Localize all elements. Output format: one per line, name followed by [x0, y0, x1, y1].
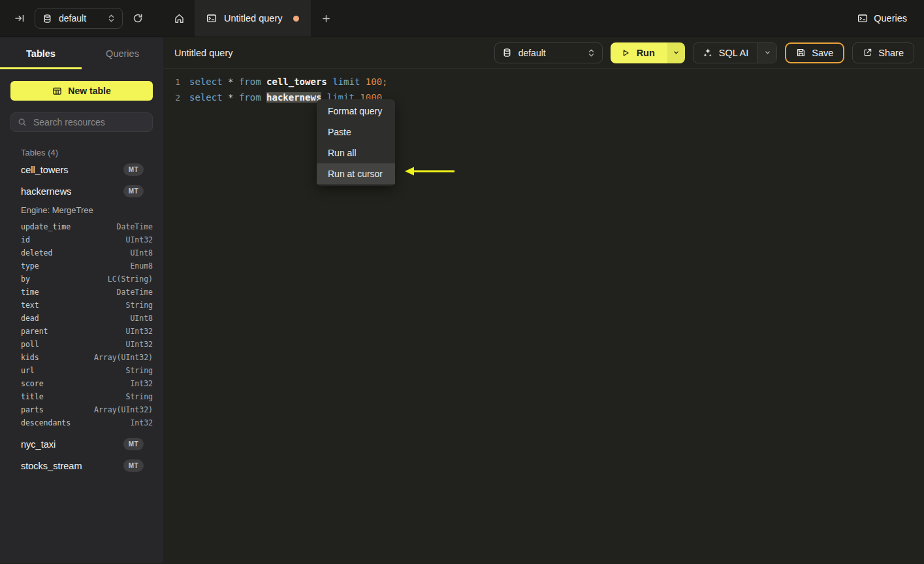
run-button-label: Run: [637, 48, 655, 58]
column-row: descendantsInt32: [10, 416, 153, 429]
save-icon: [796, 48, 806, 58]
tab-untitled-query[interactable]: Untitled query: [195, 0, 311, 37]
table-row[interactable]: hackernewsMT: [10, 180, 153, 202]
home-button[interactable]: [163, 0, 195, 37]
collapse-sidebar-icon: [14, 13, 25, 24]
column-name: id: [21, 235, 30, 244]
column-type: DateTime: [117, 222, 153, 231]
chevron-updown-icon: [108, 14, 115, 23]
code-token: select: [189, 92, 223, 103]
column-row: timeDateTime: [10, 286, 153, 299]
sql-editor[interactable]: 1select * from cell_towers limit 100;2se…: [163, 69, 924, 563]
column-list: update_timeDateTimeidUInt32deletedUInt8t…: [10, 220, 153, 429]
run-options-dropdown[interactable]: [667, 42, 685, 63]
engine-badge: MT: [123, 459, 144, 472]
column-name: title: [21, 392, 44, 401]
queries-button-label: Queries: [874, 13, 907, 24]
column-row: textString: [10, 299, 153, 312]
column-row: typeEnum8: [10, 259, 153, 273]
column-row: partsArray(UInt32): [10, 403, 153, 416]
table-list: cell_towersMThackernewsMTEngine: MergeTr…: [10, 159, 153, 476]
new-tab-button[interactable]: [311, 0, 341, 37]
column-name: deleted: [21, 248, 52, 257]
column-type: Array(UInt32): [94, 405, 153, 414]
column-name: update_time: [21, 222, 71, 231]
query-title: Untitled query: [174, 48, 232, 58]
column-name: dead: [21, 314, 39, 323]
new-table-button-label: New table: [68, 86, 110, 96]
column-type: Array(UInt32): [94, 353, 153, 362]
menu-item-run-all[interactable]: Run all: [317, 142, 395, 163]
column-name: kids: [21, 353, 39, 362]
refresh-button[interactable]: [133, 13, 143, 24]
sidebar-tab-tables[interactable]: Tables: [0, 37, 82, 69]
chevron-updown-icon: [588, 48, 595, 58]
save-button[interactable]: Save: [785, 42, 844, 63]
search-icon: [18, 118, 27, 127]
column-row: deadUInt8: [10, 312, 153, 325]
tables-section-label: Tables (4): [10, 148, 153, 158]
query-database-selector[interactable]: default: [494, 42, 603, 63]
column-row: titleString: [10, 390, 153, 403]
column-name: poll: [21, 340, 39, 349]
code-token: hackernews: [266, 92, 321, 103]
code-token: cell_towers: [266, 76, 327, 87]
engine-badge: MT: [123, 438, 144, 450]
chevron-down-icon: [764, 49, 771, 56]
table-row[interactable]: stocks_streamMT: [10, 455, 153, 476]
engine-badge: MT: [123, 163, 144, 176]
refresh-icon: [133, 13, 143, 24]
share-button[interactable]: Share: [852, 42, 914, 63]
menu-item-run-at-cursor[interactable]: Run at cursor: [317, 163, 395, 184]
table-name: stocks_stream: [21, 461, 82, 471]
chevron-down-icon: [673, 49, 680, 56]
column-row: byLC(String): [10, 273, 153, 286]
column-row: idUInt32: [10, 233, 153, 246]
search-resources-input[interactable]: [32, 116, 146, 128]
menu-item-format-query[interactable]: Format query: [317, 101, 395, 122]
code-token: from: [239, 76, 261, 87]
menu-item-paste[interactable]: Paste: [317, 122, 395, 142]
column-type: Enum8: [130, 261, 153, 271]
new-table-button[interactable]: New table: [10, 81, 153, 101]
query-database-selector-value: default: [518, 48, 546, 58]
code-token: [327, 76, 332, 87]
column-type: UInt32: [125, 340, 153, 349]
search-resources-box: [10, 112, 153, 132]
sidebar: Tables Queries New table Tables (4) cell…: [0, 37, 163, 563]
column-row: update_timeDateTime: [10, 220, 153, 233]
code-text: select * from cell_towers limit 100;: [189, 76, 388, 87]
main-panel: Untitled query default Run: [163, 37, 924, 563]
column-row: parentUInt32: [10, 325, 153, 338]
code-token: [261, 76, 266, 87]
topbar-left-section: default: [0, 0, 163, 37]
sidebar-tab-queries[interactable]: Queries: [82, 37, 163, 69]
column-name: type: [21, 261, 39, 271]
database-selector[interactable]: default: [35, 8, 123, 29]
query-toolbar: Untitled query default Run: [163, 37, 924, 69]
table-name: cell_towers: [21, 165, 69, 175]
sql-ai-button[interactable]: SQL AI: [693, 43, 757, 63]
column-type: Int32: [130, 379, 153, 388]
column-name: by: [21, 274, 30, 284]
column-type: LC(String): [108, 274, 153, 284]
column-name: descendants: [21, 418, 71, 427]
column-type: UInt8: [130, 248, 153, 257]
sql-ai-button-group: SQL AI: [693, 42, 777, 63]
database-icon: [502, 48, 512, 58]
sql-ai-dropdown[interactable]: [757, 43, 776, 63]
collapse-sidebar-button[interactable]: [14, 13, 25, 24]
column-name: parent: [21, 327, 48, 336]
code-token: from: [239, 92, 261, 103]
table-row[interactable]: cell_towersMT: [10, 159, 153, 180]
database-selector-value: default: [59, 13, 86, 24]
code-token: [360, 76, 365, 87]
queries-button[interactable]: Queries: [850, 0, 924, 37]
column-name: score: [21, 379, 44, 388]
top-bar: default Untitled query: [0, 0, 924, 37]
editor-line: 1select * from cell_towers limit 100;: [163, 74, 924, 90]
table-row[interactable]: nyc_taxiMT: [10, 433, 153, 455]
run-button[interactable]: Run: [611, 42, 667, 63]
editor-line: 2select * from hackernews limit 1000: [163, 90, 924, 105]
active-tab-underline: [0, 67, 82, 69]
